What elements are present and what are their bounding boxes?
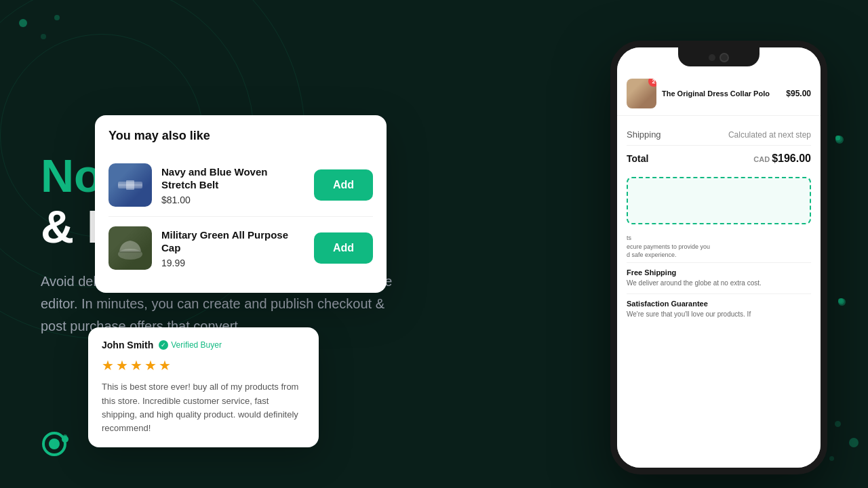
shipping-value: Calculated at next step <box>728 130 811 140</box>
svg-rect-8 <box>119 250 141 253</box>
star-2: ★ <box>116 357 128 373</box>
upsell-item-cap-add-button[interactable]: Add <box>314 232 373 264</box>
free-shipping-title: Free Shipping <box>627 268 811 277</box>
svg-point-3 <box>63 434 67 439</box>
upsell-item-cap-info: Military Green All Purpose Cap 19.99 <box>152 228 314 268</box>
star-4: ★ <box>144 357 157 373</box>
secure-payments-text: tsecure payments to provide youd safe ex… <box>627 231 811 262</box>
phone-notch <box>678 47 760 66</box>
review-text: This is best store ever! buy all of my p… <box>102 380 305 435</box>
total-value: CAD$196.00 <box>753 152 811 165</box>
star-5: ★ <box>159 357 171 373</box>
satisfaction-feature: Satisfaction Guarantee We're sure that y… <box>627 293 811 325</box>
phone-product-info: The Original Dress Collar Polo <box>656 89 786 98</box>
star-rating: ★ ★ ★ ★ ★ <box>102 357 305 373</box>
upsell-item-cap-image <box>108 226 152 270</box>
upsell-item-belt-add-button[interactable]: Add <box>314 169 373 201</box>
total-row: Total CAD$196.00 <box>627 146 811 170</box>
phone-mockup: 2 The Original Dress Collar Polo $95.00 … <box>610 41 827 474</box>
upsell-item-cap-name: Military Green All Purpose Cap <box>161 228 304 255</box>
phone-camera-lens <box>719 53 729 62</box>
logo <box>41 427 75 461</box>
star-3: ★ <box>130 357 142 373</box>
reviewer-name: John Smith <box>102 340 153 350</box>
satisfaction-title: Satisfaction Guarantee <box>627 300 811 308</box>
upsell-item-cap-price: 19.99 <box>161 258 304 268</box>
upsell-item-belt-info: Navy and Blue Woven Stretch Belt $81.00 <box>152 165 314 205</box>
svg-point-1 <box>49 439 60 449</box>
phone-camera-speaker <box>709 54 715 61</box>
logo-icon <box>41 427 75 461</box>
shipping-label: Shipping <box>627 129 661 140</box>
svg-rect-6 <box>126 180 134 190</box>
verified-badge: ✓ Verified Buyer <box>159 340 222 350</box>
phone-product-row: 2 The Original Dress Collar Polo $95.00 <box>617 72 821 116</box>
total-label: Total <box>627 153 648 164</box>
checkout-dashed-box <box>627 177 811 224</box>
upsell-card: You may also like Navy and Blue Woven St… <box>95 115 387 293</box>
phone-product-price: $95.00 <box>786 89 811 98</box>
phone-product-name: The Original Dress Collar Polo <box>662 89 781 98</box>
phone-content: 2 The Original Dress Collar Polo $95.00 … <box>617 47 821 468</box>
verified-icon: ✓ <box>159 340 168 350</box>
shipping-row: Shipping Calculated at next step <box>627 124 811 146</box>
reviewer-header: John Smith ✓ Verified Buyer <box>102 340 305 350</box>
verified-label: Verified Buyer <box>171 340 222 350</box>
upsell-title: You may also like <box>108 129 373 143</box>
star-1: ★ <box>102 357 114 373</box>
upsell-item-belt: Navy and Blue Woven Stretch Belt $81.00 … <box>108 154 373 217</box>
upsell-item-belt-price: $81.00 <box>161 195 304 205</box>
phone-product-image: 2 <box>627 79 656 108</box>
currency-label: CAD <box>753 155 770 163</box>
satisfaction-desc: We're sure that you'll love our products… <box>627 310 811 319</box>
phone-camera <box>709 53 729 62</box>
upsell-item-belt-name: Navy and Blue Woven Stretch Belt <box>161 165 304 192</box>
phone-checkout: Shipping Calculated at next step Total C… <box>617 116 821 333</box>
free-shipping-feature: Free Shipping We deliver around the glob… <box>627 262 811 293</box>
upsell-item-cap: Military Green All Purpose Cap 19.99 Add <box>108 217 373 279</box>
review-card: John Smith ✓ Verified Buyer ★ ★ ★ ★ ★ Th… <box>88 327 319 447</box>
upsell-item-belt-image <box>108 163 152 207</box>
total-amount: $196.00 <box>772 152 811 164</box>
free-shipping-desc: We deliver around the globe at no extra … <box>627 279 811 288</box>
